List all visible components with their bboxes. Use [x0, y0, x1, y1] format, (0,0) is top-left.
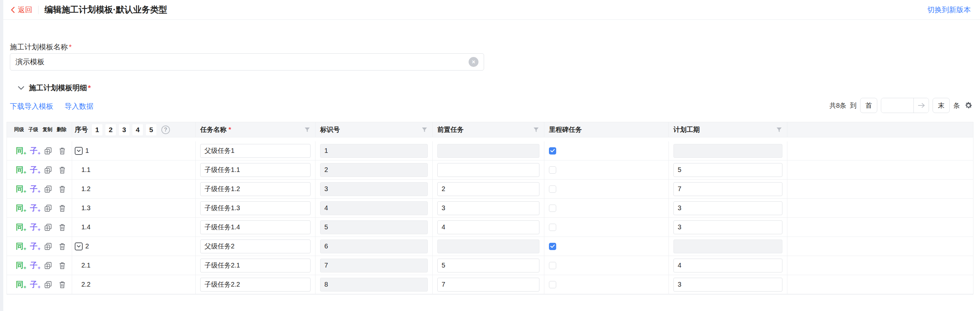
task-name-input[interactable] [200, 163, 310, 177]
duration-filter-icon[interactable] [776, 126, 783, 133]
duration-input[interactable] [673, 163, 783, 177]
task-name-input[interactable] [200, 220, 310, 234]
copy-row-button[interactable] [44, 147, 52, 155]
predecessor-input[interactable] [438, 278, 539, 292]
milestone-checkbox[interactable] [549, 243, 556, 250]
add-child-button[interactable]: 子+ [30, 185, 38, 193]
back-button[interactable]: 返回 [11, 5, 32, 15]
row-task-name-cell [196, 199, 315, 218]
copy-row-button[interactable] [44, 204, 52, 212]
task-name-input[interactable] [200, 201, 310, 215]
delete-row-button[interactable] [59, 262, 66, 270]
collapse-toggle-icon[interactable] [75, 242, 83, 250]
task-name-input-pad [196, 144, 315, 158]
task-name-input[interactable] [200, 144, 310, 158]
add-sibling-button[interactable]: 同+ [16, 262, 23, 269]
task-name-input[interactable] [200, 239, 310, 254]
row-milestone-cell [544, 275, 669, 294]
add-sibling-button[interactable]: 同+ [16, 204, 23, 212]
predecessor-input[interactable] [438, 220, 539, 234]
predecessor-input[interactable] [438, 201, 539, 215]
pager-last-button[interactable]: 末 [932, 98, 950, 113]
delete-header: 删除 [57, 126, 67, 133]
level-2-button[interactable]: 2 [105, 124, 116, 136]
milestone-checkbox[interactable] [549, 204, 556, 212]
task-name-input[interactable] [200, 278, 310, 292]
add-child-button[interactable]: 子+ [30, 262, 38, 269]
copy-row-button[interactable] [44, 223, 52, 231]
delete-row-button[interactable] [59, 223, 66, 231]
pager-goto-input[interactable] [881, 98, 913, 113]
detail-section-header[interactable]: 施工计划模板明细* [18, 83, 91, 93]
add-child-button[interactable]: 子+ [30, 166, 38, 174]
table-settings-gear-icon[interactable] [964, 101, 973, 110]
task-name-input[interactable] [200, 182, 310, 196]
clear-input-icon[interactable]: × [469, 57, 479, 67]
milestone-checkbox[interactable] [549, 224, 556, 231]
row-duration-cell [669, 275, 788, 294]
delete-row-button[interactable] [59, 147, 66, 155]
predecessor-input[interactable] [438, 182, 539, 196]
level-4-button[interactable]: 4 [132, 124, 143, 136]
duration-input[interactable] [673, 258, 783, 273]
add-sibling-button[interactable]: 同+ [16, 185, 23, 193]
copy-icon [44, 204, 52, 212]
download-import-template-link[interactable]: 下载导入模板 [10, 102, 53, 112]
task-name-input[interactable] [200, 258, 310, 273]
milestone-checkbox[interactable] [549, 262, 556, 269]
add-child-button[interactable]: 子+ [30, 204, 38, 212]
trash-icon [59, 262, 66, 270]
level-1-button[interactable]: 1 [92, 124, 102, 136]
predecessor-input[interactable] [438, 163, 539, 177]
template-name-input[interactable] [16, 57, 469, 66]
add-child-button[interactable]: 子+ [30, 242, 38, 250]
copy-row-button[interactable] [44, 262, 52, 270]
add-child-button[interactable]: 子+ [30, 147, 38, 155]
add-child-button[interactable]: 子+ [30, 281, 38, 288]
duration-input[interactable] [673, 278, 783, 292]
milestone-checkbox[interactable] [549, 185, 556, 193]
delete-row-button[interactable] [59, 204, 66, 212]
wbs-id-filter-icon[interactable] [421, 126, 428, 133]
copy-icon [44, 147, 52, 155]
collapse-toggle-icon[interactable] [75, 147, 83, 155]
add-child-button[interactable]: 子+ [30, 223, 38, 231]
predecessor-input[interactable] [438, 258, 539, 273]
level-3-button[interactable]: 3 [119, 124, 129, 136]
import-data-link[interactable]: 导入数据 [65, 102, 94, 112]
pager-first-button[interactable]: 首 [860, 98, 877, 113]
milestone-checkbox[interactable] [549, 147, 556, 155]
milestone-checkbox[interactable] [549, 166, 556, 174]
add-sibling-button[interactable]: 同+ [16, 281, 23, 288]
add-sibling-button[interactable]: 同+ [16, 242, 23, 250]
copy-row-button[interactable] [44, 242, 52, 250]
milestone-checkbox[interactable] [549, 281, 556, 288]
pager-go-arrow-button[interactable] [913, 98, 929, 113]
delete-row-button[interactable] [59, 185, 66, 193]
switch-version-link[interactable]: 切换到新版本 [928, 5, 971, 15]
add-sibling-button[interactable]: 同+ [16, 223, 23, 231]
pager-goto-group [881, 98, 929, 113]
duration-input[interactable] [673, 201, 783, 215]
copy-icon [44, 185, 52, 193]
required-asterisk: * [88, 84, 91, 92]
delete-row-button[interactable] [59, 166, 66, 174]
copy-row-button[interactable] [44, 166, 52, 174]
add-sibling-button[interactable]: 同+ [16, 166, 23, 174]
task-name-filter-icon[interactable] [304, 126, 310, 133]
copy-icon [44, 281, 52, 289]
row-duration-cell [669, 141, 788, 160]
predecessor-filter-icon[interactable] [533, 126, 539, 133]
row-milestone-cell [544, 218, 669, 237]
delete-row-button[interactable] [59, 242, 66, 250]
sibling-glyph: 同 [16, 280, 23, 289]
add-sibling-button[interactable]: 同+ [16, 147, 23, 155]
duration-input[interactable] [673, 182, 783, 196]
copy-row-button[interactable] [44, 281, 52, 289]
sibling-glyph: 同 [16, 261, 23, 270]
duration-input[interactable] [673, 220, 783, 234]
help-question-icon[interactable]: ? [161, 126, 170, 134]
copy-row-button[interactable] [44, 185, 52, 193]
level-5-button[interactable]: 5 [146, 124, 156, 136]
delete-row-button[interactable] [59, 281, 66, 289]
